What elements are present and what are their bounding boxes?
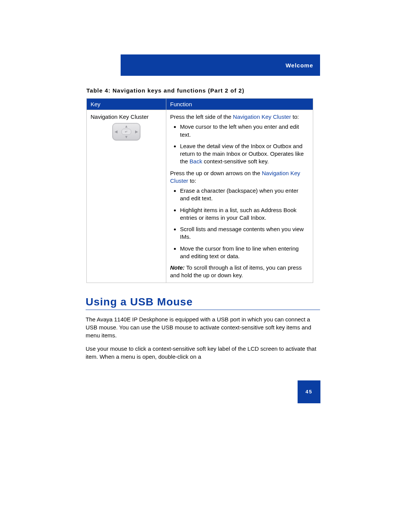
navigation-cluster-icon: ▲ ▼ ◀ ▶ ↵	[112, 123, 140, 141]
updown-function-list: Erase a character (backspace) when you e…	[170, 187, 309, 260]
navigation-table: Key Function Navigation Key Cluster ▲ ▼ …	[86, 98, 313, 283]
table-header-row: Key Function	[87, 99, 313, 110]
note-line: Note: To scroll through a list of items,…	[170, 264, 309, 280]
table-header-key: Key	[87, 99, 166, 110]
list-item: Move the cursor from line to line when e…	[180, 245, 309, 260]
paragraph: Use your mouse to click a context-sensit…	[86, 345, 320, 361]
press-left-line: Press the left side of the Navigation Ke…	[170, 113, 309, 121]
table-row: Navigation Key Cluster ▲ ▼ ◀ ▶ ↵ Press t…	[87, 110, 313, 283]
arrow-up-icon: ▲	[124, 125, 128, 128]
list-item: Leave the detail view of the Inbox or Ou…	[180, 142, 309, 166]
arrow-right-icon: ▶	[135, 130, 138, 134]
press-left-prefix: Press the left side of the	[170, 113, 233, 120]
table-caption: Table 4: Navigation keys and functions (…	[86, 87, 320, 94]
page: Welcome Table 4: Navigation keys and fun…	[0, 54, 411, 403]
page-number-badge: 45	[298, 380, 320, 403]
key-name: Navigation Key Cluster	[91, 113, 162, 121]
to-suffix: to:	[291, 113, 299, 120]
content-area: Table 4: Navigation keys and functions (…	[86, 87, 320, 361]
section-title: Using a USB Mouse	[86, 296, 320, 310]
press-updown-line: Press the up or down arrows on the Navig…	[170, 169, 309, 185]
note-text: To scroll through a list of items, you c…	[170, 264, 302, 278]
press-updown-prefix: Press the up or down arrows on the	[170, 170, 262, 176]
arrow-left-icon: ◀	[115, 130, 118, 134]
key-cell: Navigation Key Cluster ▲ ▼ ◀ ▶ ↵	[87, 110, 166, 283]
note-label: Note:	[170, 264, 185, 271]
function-cell: Press the left side of the Navigation Ke…	[166, 110, 313, 283]
list-item: Erase a character (backspace) when you e…	[180, 187, 309, 203]
header-section-label: Welcome	[285, 62, 313, 69]
list-item: Move cursor to the left when you enter a…	[180, 123, 309, 139]
list-item: Highlight items in a list, such as Addre…	[180, 206, 309, 222]
arrow-down-icon: ▼	[124, 135, 128, 139]
paragraph: The Avaya 1140E IP Deskphone is equipped…	[86, 315, 320, 339]
list-item: Scroll lists and message contents when y…	[180, 225, 309, 241]
nav-cluster-link: Navigation Key Cluster	[233, 113, 291, 120]
to-suffix: to:	[188, 177, 196, 184]
enter-key-icon: ↵	[121, 129, 131, 135]
table-header-function: Function	[166, 99, 313, 110]
back-tail: context-sensitive soft key.	[202, 158, 269, 165]
back-link: Back	[190, 158, 202, 165]
left-function-list: Move cursor to the left when you enter a…	[170, 123, 309, 165]
page-number: 45	[306, 389, 312, 395]
header-bar: Welcome	[121, 54, 320, 76]
